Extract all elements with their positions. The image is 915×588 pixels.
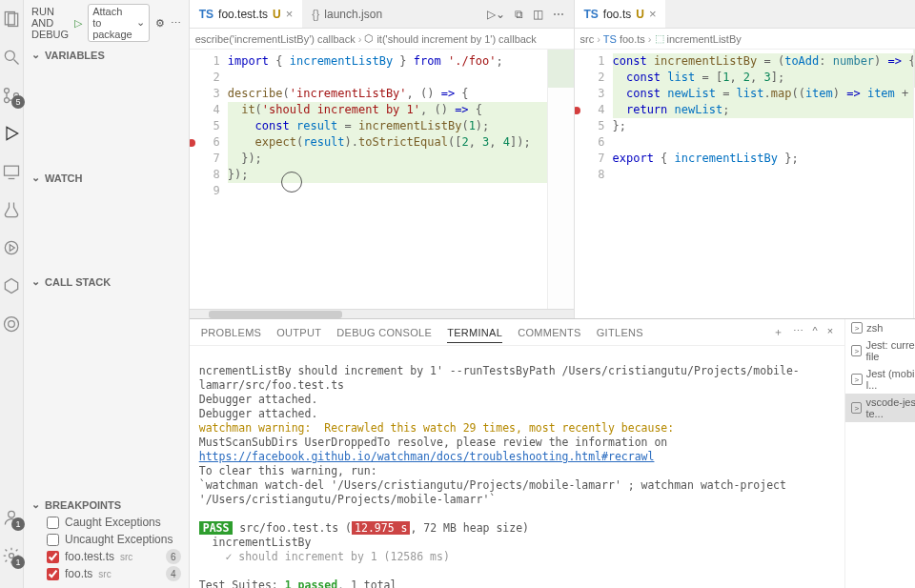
search-icon[interactable]	[0, 46, 23, 69]
panel-tabs: PROBLEMS OUTPUT DEBUG CONSOLE TERMINAL C…	[190, 319, 844, 346]
tab-problems[interactable]: PROBLEMS	[201, 327, 262, 338]
ext-icon-3[interactable]	[0, 313, 23, 335]
pass-badge: PASS	[199, 521, 234, 535]
tab-row-right: TSfoo.tsU× ⋯	[575, 0, 915, 29]
more-icon[interactable]: ⋯	[171, 17, 181, 30]
svg-line-3	[14, 60, 19, 65]
json-icon: {}	[312, 8, 319, 21]
terminal-item[interactable]: >vscode-jest-te...	[845, 394, 915, 422]
variable-icon: ⬚	[655, 32, 664, 45]
editor-pane-right: TSfoo.tsU× ⋯ src› TS foo.ts› ⬚ increment…	[575, 0, 915, 318]
terminal-list: >zsh >Jest: current file >Jest (mobile-l…	[844, 319, 915, 588]
settings-badge: 1	[11, 556, 25, 569]
chevron-down-icon: ⌄	[30, 49, 41, 61]
chevron-down-icon: ⌄	[30, 498, 41, 511]
chevron-down-icon: ⌄	[30, 172, 41, 184]
close-icon[interactable]: ×	[286, 7, 294, 21]
tab-gitlens[interactable]: GITLENS	[597, 327, 643, 338]
svg-marker-7	[7, 127, 18, 139]
tab-comments[interactable]: COMMENTS	[518, 327, 581, 338]
svg-marker-11	[10, 245, 14, 252]
svg-rect-8	[5, 166, 19, 175]
svg-point-12	[5, 317, 19, 332]
split-icon[interactable]: ◫	[533, 8, 543, 21]
settings-icon[interactable]: 1	[0, 544, 23, 567]
cube-icon: ⬡	[364, 32, 374, 45]
debug-settings-icon[interactable]: ⚙	[155, 17, 165, 30]
run-file-icon[interactable]: ▷⌄	[487, 8, 505, 21]
sidebar-header: RUN AND DEBUG ▷ Attach to package⌄ ⚙ ⋯	[24, 0, 189, 46]
tab-foo-ts[interactable]: TSfoo.tsU×	[575, 0, 666, 28]
debug-sidebar: RUN AND DEBUG ▷ Attach to package⌄ ⚙ ⋯ ⌄…	[24, 0, 190, 588]
code-editor-left[interactable]: 123⊘4⊘56789 import { incrementListBy } f…	[190, 50, 574, 309]
editor-area: TSfoo.test.tsU× {}launch.json ▷⌄ ⧉ ◫ ⋯ e…	[190, 0, 915, 588]
bottom-panel: PROBLEMS OUTPUT DEBUG CONSOLE TERMINAL C…	[190, 318, 915, 588]
account-icon[interactable]: 1	[0, 506, 23, 529]
bp-uncaught-checkbox[interactable]	[47, 534, 59, 546]
terminal-icon: >	[851, 322, 863, 334]
debug-config-select[interactable]: Attach to package⌄	[88, 4, 150, 42]
terminal-item[interactable]: >Jest: current file	[845, 336, 915, 365]
bp-file-row[interactable]: foo.tssrc4	[24, 565, 189, 582]
tab-terminal[interactable]: TERMINAL	[447, 327, 502, 343]
ts-icon: TS	[603, 33, 617, 45]
svg-point-10	[5, 241, 17, 253]
terminal-icon: >	[851, 374, 863, 385]
source-control-icon[interactable]: 5	[0, 84, 23, 107]
section-variables[interactable]: ⌄VARIABLES	[24, 46, 189, 64]
code-editor-right[interactable]: 12345678 const incrementListBy = (toAdd:…	[575, 50, 915, 318]
start-debug-icon[interactable]: ▷	[74, 17, 82, 30]
bp-file-checkbox[interactable]	[47, 551, 59, 563]
ts-icon: TS	[584, 8, 599, 21]
section-watch[interactable]: ⌄WATCH	[24, 169, 189, 187]
breadcrumb-right[interactable]: src› TS foo.ts› ⬚ incrementListBy	[575, 29, 915, 50]
remote-icon[interactable]	[0, 160, 23, 183]
terminal-icon: >	[851, 345, 862, 356]
svg-point-14	[9, 511, 15, 517]
editor-actions: ▷⌄ ⧉ ◫ ⋯	[487, 8, 574, 21]
close-panel-icon[interactable]: ×	[827, 325, 833, 339]
terminal-icon: >	[851, 402, 862, 414]
minimap[interactable]	[547, 50, 574, 309]
terminal-output[interactable]: ncrementListBy should increment by 1' --…	[190, 346, 844, 588]
run-debug-icon[interactable]	[0, 122, 23, 145]
bp-file-row[interactable]: foo.test.tssrc6	[24, 548, 189, 565]
more-icon[interactable]: ⋯	[793, 325, 803, 339]
terminal-item[interactable]: >zsh	[845, 319, 915, 336]
horizontal-scrollbar[interactable]	[190, 309, 574, 318]
breadcrumb-left[interactable]: escribe('incrementListBy') callback› ⬡ i…	[190, 29, 574, 50]
activity-bar: 5 1 1	[0, 0, 24, 588]
tab-output[interactable]: OUTPUT	[276, 327, 321, 338]
close-icon[interactable]: ×	[649, 7, 657, 21]
tab-launch-json[interactable]: {}launch.json	[302, 0, 392, 28]
account-badge: 1	[11, 517, 25, 531]
section-callstack[interactable]: ⌄CALL STACK	[24, 273, 189, 291]
svg-point-4	[5, 89, 10, 93]
bp-caught-exceptions[interactable]: Caught Exceptions	[24, 514, 189, 531]
more-icon[interactable]: ⋯	[553, 8, 564, 21]
explorer-icon[interactable]	[0, 8, 23, 30]
scm-badge: 5	[11, 95, 25, 109]
bp-caught-checkbox[interactable]	[47, 517, 59, 529]
chevron-down-icon: ⌄	[30, 275, 41, 288]
svg-point-2	[5, 51, 14, 60]
tab-debug-console[interactable]: DEBUG CONSOLE	[336, 327, 432, 338]
bp-file-checkbox[interactable]	[47, 568, 59, 580]
editor-pane-left: TSfoo.test.tsU× {}launch.json ▷⌄ ⧉ ◫ ⋯ e…	[190, 0, 575, 318]
bp-uncaught-exceptions[interactable]: Uncaught Exceptions	[24, 531, 189, 548]
tab-row-left: TSfoo.test.tsU× {}launch.json ▷⌄ ⧉ ◫ ⋯	[190, 0, 574, 29]
ext-icon-2[interactable]	[0, 274, 23, 297]
sidebar-title: RUN AND DEBUG	[31, 6, 69, 40]
new-terminal-icon[interactable]: ＋	[773, 325, 783, 339]
testing-icon[interactable]	[0, 198, 23, 221]
chevron-down-icon: ⌄	[136, 16, 145, 29]
svg-point-13	[9, 321, 15, 328]
terminal-item[interactable]: >Jest (mobile-l...	[845, 365, 915, 394]
ext-icon-1[interactable]	[0, 236, 23, 259]
section-breakpoints[interactable]: ⌄BREAKPOINTS	[24, 496, 189, 514]
ts-icon: TS	[199, 8, 214, 21]
diff-icon[interactable]: ⧉	[515, 8, 523, 21]
tab-foo-test[interactable]: TSfoo.test.tsU×	[190, 0, 303, 28]
svg-point-5	[5, 98, 10, 103]
maximize-icon[interactable]: ^	[813, 325, 818, 339]
